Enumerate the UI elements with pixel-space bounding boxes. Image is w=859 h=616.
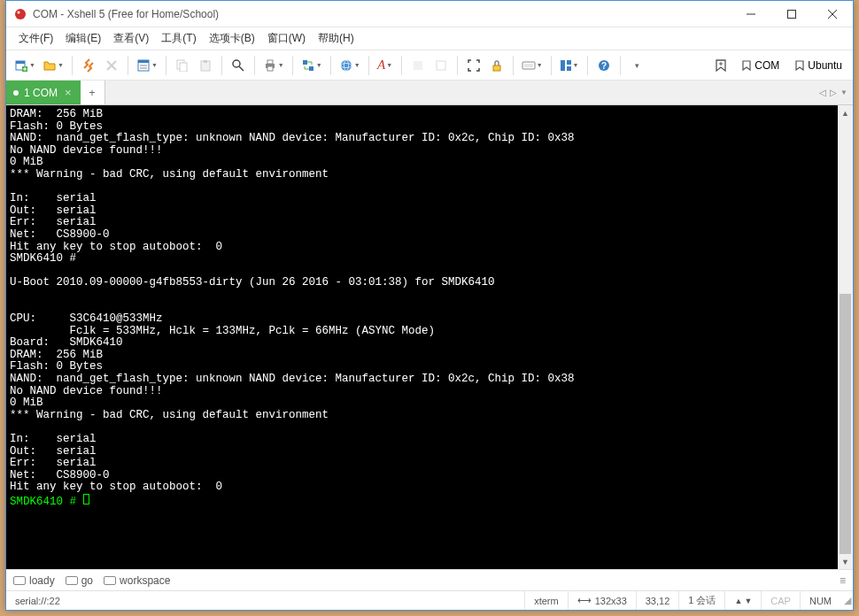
quick-label: loady [29, 574, 55, 587]
scroll-down-button[interactable]: ▼ [838, 554, 853, 569]
minimize-button[interactable] [731, 1, 771, 27]
new-session-button[interactable]: ▼ [12, 55, 38, 76]
status-terminal-type: xterm [525, 591, 569, 610]
print-button[interactable]: ▼ [260, 55, 287, 76]
tab-label: 1 COM [24, 87, 58, 99]
svg-rect-29 [414, 61, 422, 70]
globe-button[interactable]: ▼ [337, 55, 363, 76]
status-sessions: 1 会话 [679, 591, 725, 610]
disconnect-button[interactable] [101, 55, 122, 76]
svg-point-1 [18, 11, 20, 13]
terminal-pane: DRAM: 256 MiB Flash: 0 Bytes NAND: nand_… [6, 105, 853, 569]
properties-button[interactable]: ▼ [134, 55, 160, 76]
connect-button[interactable] [78, 55, 99, 76]
menu-tools[interactable]: 工具(T) [156, 28, 201, 49]
lock-button[interactable] [486, 55, 507, 76]
titlebar: COM - Xshell 5 (Free for Home/School) [6, 1, 853, 27]
menu-view[interactable]: 查看(V) [108, 28, 154, 49]
svg-rect-3 [788, 10, 796, 18]
fullscreen-button[interactable] [463, 55, 484, 76]
svg-rect-18 [204, 60, 207, 63]
color-button[interactable] [407, 55, 429, 76]
tab-nav: ◁ ▷ ▼ [819, 81, 853, 104]
keyboard-icon [104, 576, 116, 585]
tab-list-button[interactable]: ▼ [840, 89, 847, 96]
scroll-track[interactable] [838, 120, 853, 554]
status-connection: serial://:22 [6, 591, 525, 610]
separator [166, 56, 166, 75]
keyboard-button[interactable]: ▼ [519, 55, 546, 76]
separator [401, 56, 402, 75]
toolbar: ▼ ▼ ▼ ▼ ▼ ▼ A▼ ▼ ▼ ? ▾ COM [6, 50, 853, 81]
maximize-button[interactable] [771, 1, 812, 27]
separator [128, 56, 128, 75]
svg-line-20 [239, 66, 244, 71]
quick-menu-button[interactable]: ≡ [840, 574, 846, 587]
svg-rect-37 [567, 66, 571, 71]
quick-go[interactable]: go [66, 574, 93, 587]
svg-rect-30 [437, 61, 445, 70]
bookmark-label: COM [755, 59, 779, 72]
paste-button[interactable] [195, 55, 216, 76]
separator [457, 56, 458, 75]
bookmark-label: Ubuntu [808, 59, 842, 72]
tab-close-button[interactable]: × [63, 86, 74, 99]
svg-rect-32 [522, 62, 535, 69]
svg-text:?: ? [600, 61, 606, 71]
tabstrip: 1 COM × + ◁ ▷ ▼ [6, 81, 853, 105]
bookmark-ubuntu[interactable]: Ubuntu [790, 57, 847, 74]
status-link: ▲▼ [725, 591, 762, 610]
separator [292, 56, 293, 75]
close-button[interactable] [812, 1, 853, 27]
svg-rect-22 [267, 60, 273, 64]
tab-add-button[interactable]: + [81, 81, 105, 104]
separator [513, 56, 514, 75]
menu-window[interactable]: 窗口(W) [262, 28, 311, 49]
copy-button[interactable] [172, 55, 193, 76]
svg-rect-7 [16, 61, 25, 64]
transfer-button[interactable]: ▼ [298, 55, 325, 76]
quick-workspace[interactable]: workspace [104, 574, 170, 587]
separator [330, 56, 331, 75]
separator [72, 56, 73, 75]
svg-point-26 [341, 60, 352, 71]
quick-loady[interactable]: loady [13, 574, 55, 587]
tab-com[interactable]: 1 COM × [6, 81, 81, 104]
tab-prev-button[interactable]: ◁ [819, 88, 826, 97]
tab-next-button[interactable]: ▷ [830, 88, 837, 97]
menu-edit[interactable]: 编辑(E) [60, 28, 106, 49]
svg-rect-16 [180, 63, 187, 72]
tab-status-dot [13, 90, 19, 96]
svg-rect-25 [309, 66, 313, 71]
svg-rect-36 [567, 60, 571, 65]
highlight-button[interactable] [430, 55, 452, 76]
menu-help[interactable]: 帮助(H) [313, 28, 360, 49]
find-button[interactable] [228, 55, 249, 76]
separator [368, 56, 369, 75]
menu-options[interactable]: 选项卡(B) [204, 28, 260, 49]
open-button[interactable]: ▼ [40, 55, 66, 76]
svg-rect-24 [303, 60, 307, 65]
separator [587, 56, 588, 75]
svg-point-19 [233, 60, 240, 67]
svg-rect-35 [561, 60, 565, 71]
svg-rect-31 [493, 65, 500, 71]
scrollbar[interactable]: ▲ ▼ [838, 105, 853, 569]
menu-file[interactable]: 文件(F) [13, 28, 58, 49]
resize-grip[interactable]: ◢ [840, 595, 853, 606]
terminal[interactable]: DRAM: 256 MiB Flash: 0 Bytes NAND: nand_… [6, 105, 838, 569]
app-icon [13, 7, 27, 21]
svg-rect-12 [138, 60, 149, 63]
add-bookmark-button[interactable] [710, 57, 731, 74]
overflow-button[interactable]: ▾ [626, 55, 647, 76]
menubar: 文件(F) 编辑(E) 查看(V) 工具(T) 选项卡(B) 窗口(W) 帮助(… [6, 27, 853, 50]
scroll-thumb[interactable] [840, 294, 851, 554]
font-button[interactable]: A▼ [375, 55, 396, 76]
quick-label: go [81, 574, 93, 587]
svg-rect-23 [267, 66, 273, 71]
help-button[interactable]: ? [593, 55, 615, 76]
separator [254, 56, 255, 75]
scroll-up-button[interactable]: ▲ [838, 105, 853, 120]
bookmark-com[interactable]: COM [737, 57, 785, 74]
layout-button[interactable]: ▼ [557, 55, 582, 76]
